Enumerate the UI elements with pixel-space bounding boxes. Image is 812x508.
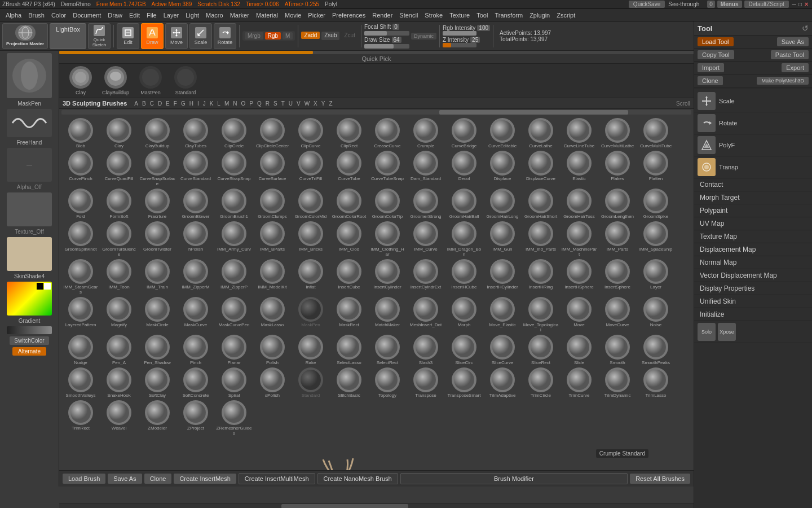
brush-item-move_topological[interactable]: Move_Topological (522, 296, 560, 334)
brush-item-trimadaptive[interactable]: TrimAdaptive (483, 366, 522, 399)
menu-alpha[interactable]: Alpha (2, 11, 25, 20)
brush-item-imm_clothing_har[interactable]: IMM_Clothing_Har (368, 220, 407, 258)
brush-item-imm_toon[interactable]: IMM_Toon (100, 258, 138, 296)
brush-item-pen_shadow[interactable]: Pen_Shadow (138, 334, 176, 366)
brush-item-flatten[interactable]: Flatten (637, 150, 675, 187)
brush-item-clipcircle[interactable]: ClipCircle (215, 117, 253, 150)
brush-item-insertsphere[interactable]: InsertSphere (598, 258, 637, 296)
create-insertmesh-btn[interactable]: Create InsertMesh (174, 474, 236, 484)
brush-item-decol[interactable]: Decol (445, 150, 483, 187)
brush-item-groomhairlong[interactable]: GroomHairLong (483, 187, 522, 220)
mrgb-btn[interactable]: Mrgb (245, 32, 263, 40)
brush-item-move_elastic[interactable]: Move_Elastic (483, 296, 522, 334)
brush-item-maskcurvepen[interactable]: MaskCurvePen (215, 296, 253, 334)
brush-item-movecurve[interactable]: MoveCurve (598, 296, 637, 334)
menu-light[interactable]: Light (182, 11, 202, 20)
alpha-J[interactable]: J (201, 100, 208, 107)
alpha-R[interactable]: R (264, 100, 271, 107)
alpha-K[interactable]: K (208, 100, 215, 107)
alpha-B[interactable]: B (140, 100, 148, 107)
brush-item-claytubes[interactable]: ClayTubes (176, 117, 215, 150)
brush-item-groomturbulence[interactable]: GroomTurbulence (100, 220, 138, 258)
brush-item-groomspike[interactable]: GroomSpike (637, 187, 675, 220)
alpha-P[interactable]: P (248, 100, 255, 107)
clone-brush-btn[interactable]: Clone (144, 474, 172, 484)
brush-item-fracrture[interactable]: Fracrture (138, 187, 176, 220)
menu-picker[interactable]: Picker (304, 11, 329, 20)
right-menu-item-10[interactable]: Initialize (694, 308, 812, 321)
edit-btn[interactable]: Edit (117, 23, 139, 49)
brush-item-imm_dragon_bon[interactable]: IMM_Dragon_Bon (445, 220, 483, 258)
menu-movie[interactable]: Movie (281, 11, 304, 20)
brush-item-smoothpeaks[interactable]: SmoothPeaks (637, 334, 675, 366)
brush-item-trimdynamic[interactable]: TrimDynamic (598, 366, 637, 399)
brush-item-curvesurface[interactable]: CurveSurface (253, 150, 292, 187)
brush-item-groomblower[interactable]: GroomBlower (176, 187, 215, 220)
alpha-L[interactable]: L (215, 100, 222, 107)
brush-item-groomhairball[interactable]: GroomHairBall (445, 187, 483, 220)
brush-item-spiral[interactable]: Spiral (215, 366, 253, 399)
brush-item-displacecurve[interactable]: DisplaceCurve (522, 150, 560, 187)
menu-brush[interactable]: Brush (25, 11, 48, 20)
brush-item-groomcolortip[interactable]: GroomColorTip (368, 187, 407, 220)
alpha-Z[interactable]: Z (327, 100, 334, 107)
right-menu-item-9[interactable]: Unified Skin (694, 295, 812, 308)
alpha-N[interactable]: N (231, 100, 239, 107)
brush-item-imm_machinepart[interactable]: IMM_MachinePart (560, 220, 598, 258)
brush-item-groomcolorroot[interactable]: GroomColorRoot (330, 187, 368, 220)
brush-item-slicecirc[interactable]: SliceCirc (445, 334, 483, 366)
xpose-icon[interactable]: Xpose (718, 323, 736, 341)
brush-item-dam_standard[interactable]: Dam_Standard (407, 150, 445, 187)
brush-item-groomlengthen[interactable]: GroomLengthen (598, 187, 637, 220)
brush-item-inserthring[interactable]: InsertHRing (522, 258, 560, 296)
brush-item-stitchbasic[interactable]: StitchBasic (330, 366, 368, 399)
export-btn[interactable]: Export (782, 63, 809, 72)
zsub-btn[interactable]: Zsub (321, 32, 339, 40)
brush-item-imm_army_curv[interactable]: IMM_Army_Curv (215, 220, 253, 258)
alpha-M[interactable]: M (223, 100, 231, 107)
menu-transform[interactable]: Transform (491, 11, 526, 20)
color-swatch[interactable] (7, 282, 52, 316)
brush-item-curvetrifill[interactable]: CurveTriFill (292, 150, 330, 187)
focal-val[interactable]: 0 (392, 24, 399, 30)
brush-item-blob[interactable]: Blob (61, 117, 100, 150)
brush-item-zremesherguides[interactable]: ZRemesherGuides (215, 399, 253, 437)
texture-preview[interactable] (7, 192, 52, 226)
alpha-A[interactable]: A (133, 100, 140, 107)
rgb-btn[interactable]: Rgb (265, 32, 281, 40)
white-swatch[interactable] (44, 283, 51, 290)
brush-item-insertcylndrext[interactable]: InsertCylndrExt (407, 258, 445, 296)
brush-item-matchmaker[interactable]: MatchMaker (368, 296, 407, 334)
brush-item-inserthcube[interactable]: InsertHCube (445, 258, 483, 296)
brush-item-zmodeler[interactable]: ZModeler (138, 399, 176, 437)
brush-item-smoothvalleys[interactable]: SmoothValleys (61, 366, 100, 399)
menu-tool[interactable]: Tool (473, 11, 491, 20)
canvas-area[interactable]: Crumple Standard (59, 438, 694, 470)
brush-item-weavel[interactable]: Weavel (100, 399, 138, 437)
brush-item-pinch[interactable]: Pinch (176, 334, 215, 366)
brush-item-magnify[interactable]: Magnify (100, 296, 138, 334)
draw-size-val[interactable]: 64 (392, 37, 401, 43)
rotate-btn[interactable]: Rotate (214, 23, 236, 49)
copy-tool-btn[interactable]: Copy Tool (698, 50, 734, 59)
transp-icon[interactable] (698, 158, 716, 176)
brush-item-morph[interactable]: Morph (445, 296, 483, 334)
brush-item-snakehook[interactable]: SnakeHook (100, 366, 138, 399)
brush-item-rake[interactable]: Rake (292, 334, 330, 366)
brush-item-curveeditable[interactable]: CurveEditable (483, 117, 522, 150)
brush-item-clipcirclecenter[interactable]: ClipCircleCenter (253, 117, 292, 150)
stroke-preview[interactable] (7, 109, 52, 137)
menu-zplugin[interactable]: Zplugin (526, 11, 553, 20)
brush-item-groomcolormid[interactable]: GroomColorMid (292, 187, 330, 220)
brush-item-curvetube[interactable]: CurveTube (330, 150, 368, 187)
brush-item-clipcurve[interactable]: ClipCurve (292, 117, 330, 150)
brush-item-flakes[interactable]: Flakes (598, 150, 637, 187)
brush-item-curvelathe[interactable]: CurveLathe (522, 117, 560, 150)
brush-item-pen_a[interactable]: Pen_A (100, 334, 138, 366)
qp-claybuildup[interactable]: ClayBuildup (99, 66, 133, 95)
brush-item-zproject[interactable]: ZProject (176, 399, 215, 437)
bottom-scrollbar[interactable] (59, 503, 694, 508)
quick-sketch-btn[interactable]: Quick Sketch (88, 23, 111, 49)
paste-tool-btn[interactable]: Paste Tool (771, 50, 809, 59)
brush-item-elastic[interactable]: Elastic (560, 150, 598, 187)
